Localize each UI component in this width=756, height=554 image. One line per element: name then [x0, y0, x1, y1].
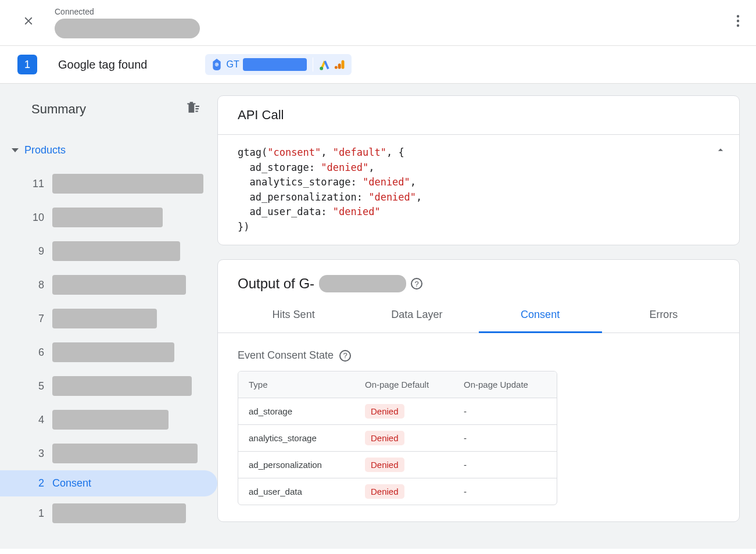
tab-errors[interactable]: Errors — [602, 298, 725, 333]
svg-rect-7 — [338, 63, 341, 69]
cell-update: - — [453, 398, 557, 424]
col-header-default: On-page Default — [354, 371, 453, 398]
sidebar-item[interactable]: 1 — [0, 496, 217, 530]
sidebar-item-number: 11 — [31, 178, 44, 190]
table-row: ad_personalizationDenied- — [238, 451, 557, 478]
api-call-title: API Call — [218, 96, 739, 135]
sidebar-item-number: 3 — [31, 448, 44, 460]
output-tabs: Hits SentData LayerConsentErrors — [218, 298, 739, 333]
sidebar-item-label: Consent — [52, 477, 91, 489]
google-analytics-icon — [334, 59, 346, 70]
svg-rect-6 — [341, 60, 344, 69]
products-section-header[interactable]: Products — [0, 141, 217, 160]
svg-point-8 — [335, 66, 338, 69]
sidebar-item-redacted — [52, 241, 180, 261]
sidebar-item-redacted — [52, 174, 203, 194]
output-card: Output of G- ? Hits SentData LayerConsen… — [217, 259, 740, 522]
connection-status: Connected — [55, 7, 200, 16]
sidebar-item-number: 7 — [31, 313, 44, 325]
sidebar-item[interactable]: 6 — [0, 335, 217, 369]
tag-count-badge: 1 — [17, 55, 37, 74]
svg-point-1 — [737, 20, 739, 22]
cell-update: - — [453, 478, 557, 505]
cell-type: ad_personalization — [238, 452, 354, 478]
table-row: ad_user_dataDenied- — [238, 478, 557, 505]
chip-divider — [313, 58, 313, 72]
api-call-card: API Call gtag("consent", "default", { ad… — [217, 95, 740, 245]
table-row: ad_storageDenied- — [238, 398, 557, 424]
sidebar-item[interactable]: 2Consent — [0, 470, 217, 496]
status-badge: Denied — [365, 458, 404, 472]
status-badge: Denied — [365, 484, 404, 499]
sidebar-item-number: 6 — [31, 346, 44, 359]
sidebar-item-number: 2 — [31, 477, 44, 489]
event-list: 111098765432Consent1 — [0, 167, 217, 530]
table-header-row: Type On-page Default On-page Update — [238, 371, 557, 398]
sidebar-item-redacted — [52, 208, 163, 227]
clear-icon[interactable] — [185, 100, 200, 119]
col-header-type: Type — [238, 371, 354, 398]
header-bar: Connected — [0, 0, 756, 46]
help-icon[interactable]: ? — [339, 350, 351, 362]
cell-type: ad_user_data — [238, 478, 354, 505]
sidebar-item-number: 9 — [31, 245, 44, 258]
output-header: Output of G- ? — [218, 260, 739, 298]
sidebar-item-number: 5 — [31, 380, 44, 392]
cell-default: Denied — [354, 398, 453, 424]
sidebar-item-number: 8 — [31, 279, 44, 291]
subheader-bar: 1 Google tag found G GT — [0, 46, 756, 84]
cell-default: Denied — [354, 452, 453, 478]
sidebar-item[interactable]: 7 — [0, 302, 217, 335]
cell-default: Denied — [354, 425, 453, 451]
cell-update: - — [453, 425, 557, 451]
sidebar-item-redacted — [52, 342, 174, 362]
main-panel: API Call gtag("consent", "default", { ad… — [217, 84, 756, 549]
sidebar-item-redacted — [52, 275, 186, 295]
google-tag-icon: G — [211, 58, 223, 72]
consent-table: Type On-page Default On-page Update ad_s… — [238, 371, 557, 505]
sidebar-item[interactable]: 11 — [0, 167, 217, 201]
sidebar-item-redacted — [52, 410, 169, 430]
api-call-code: gtag("consent", "default", { ad_storage:… — [218, 135, 739, 245]
help-icon[interactable]: ? — [411, 278, 422, 289]
sidebar-item[interactable]: 4 — [0, 403, 217, 437]
sidebar-item[interactable]: 9 — [0, 234, 217, 268]
sidebar: Summary Products 111098765432Consent1 — [0, 84, 217, 549]
subheader-title: Google tag found — [58, 58, 147, 72]
status-badge: Denied — [365, 431, 404, 445]
tab-data-layer[interactable]: Data Layer — [355, 298, 478, 333]
collapse-chevron-icon[interactable] — [715, 143, 726, 160]
svg-point-0 — [737, 15, 739, 17]
sidebar-item[interactable]: 10 — [0, 201, 217, 234]
sidebar-item[interactable]: 3 — [0, 437, 217, 470]
tag-label-prefix: GT — [226, 59, 239, 70]
close-icon[interactable] — [19, 11, 38, 34]
more-options-icon[interactable] — [732, 10, 744, 35]
products-label: Products — [24, 144, 66, 156]
cell-type: analytics_storage — [238, 425, 354, 451]
sidebar-item-number: 10 — [31, 212, 44, 224]
cell-type: ad_storage — [238, 398, 354, 424]
sidebar-item-redacted — [52, 376, 192, 396]
sidebar-item-redacted — [52, 503, 186, 523]
col-header-update: On-page Update — [453, 371, 557, 398]
tag-chip[interactable]: G GT — [205, 54, 351, 75]
summary-label: Summary — [31, 102, 86, 117]
tab-hits-sent[interactable]: Hits Sent — [232, 298, 355, 333]
event-consent-title: Event Consent State — [238, 349, 334, 362]
summary-row[interactable]: Summary — [0, 95, 217, 123]
tab-consent[interactable]: Consent — [479, 298, 602, 333]
sidebar-item[interactable]: 8 — [0, 268, 217, 302]
google-ads-icon — [319, 59, 331, 70]
svg-text:G: G — [216, 63, 218, 67]
domain-redacted — [55, 19, 200, 38]
output-measurement-id-redacted — [319, 275, 406, 292]
sidebar-item[interactable]: 5 — [0, 369, 217, 403]
status-badge: Denied — [365, 404, 404, 419]
sidebar-item-number: 4 — [31, 414, 44, 426]
svg-point-5 — [320, 67, 323, 70]
sidebar-item-redacted — [52, 309, 157, 328]
event-consent-section: Event Consent State ? — [218, 333, 739, 371]
sidebar-item-number: 1 — [31, 507, 44, 520]
sidebar-item-redacted — [52, 444, 198, 463]
